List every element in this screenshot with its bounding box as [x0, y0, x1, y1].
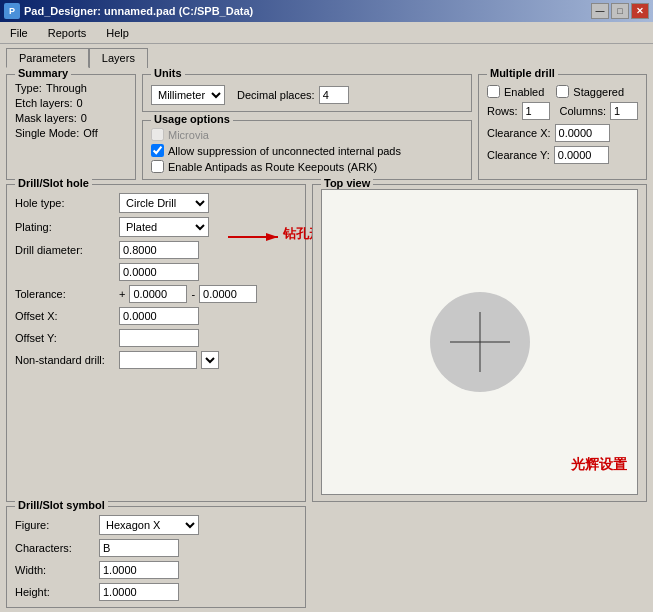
columns-input[interactable]: [610, 102, 638, 120]
hole-type-label: Hole type:: [15, 197, 115, 209]
single-label: Single Mode:: [15, 127, 79, 139]
top-view-group: Top view 光辉设置: [312, 184, 647, 502]
drill-circle-preview: [430, 292, 530, 392]
enabled-label: Enabled: [504, 86, 544, 98]
height-input[interactable]: [99, 583, 179, 601]
tolerance-label: Tolerance:: [15, 288, 115, 300]
title-bar: P Pad_Designer: unnamed.pad (C:/SPB_Data…: [0, 0, 653, 22]
menu-bar: File Reports Help: [0, 22, 653, 44]
crosshair-vertical: [479, 312, 480, 372]
keepouts-label: Enable Antipads as Route Keepouts (ARK): [168, 161, 377, 173]
characters-label: Characters:: [15, 542, 95, 554]
keepouts-checkbox[interactable]: [151, 160, 164, 173]
mask-label: Mask layers:: [15, 112, 77, 124]
width-input[interactable]: [99, 561, 179, 579]
window-title: Pad_Designer: unnamed.pad (C:/SPB_Data): [24, 5, 253, 17]
staggered-label: Staggered: [573, 86, 624, 98]
summary-group: Summary Type: Through Etch layers: 0 Mas…: [6, 74, 136, 180]
tab-layers[interactable]: Layers: [89, 48, 148, 68]
non-std-input[interactable]: [119, 351, 197, 369]
drill-diameter-sub-input[interactable]: [119, 263, 199, 281]
close-button[interactable]: ✕: [631, 3, 649, 19]
bottom-spacer: [312, 506, 647, 608]
window-controls: — □ ✕: [591, 3, 649, 19]
suppress-checkbox[interactable]: [151, 144, 164, 157]
top-view-canvas: 光辉设置: [321, 189, 638, 495]
figure-select[interactable]: Hexagon X: [99, 515, 199, 535]
decimal-input[interactable]: [319, 86, 349, 104]
type-value: Through: [46, 82, 87, 94]
non-std-label: Non-standard drill:: [15, 354, 115, 366]
drill-diameter-label: Drill diameter:: [15, 244, 115, 256]
clearance-x-input[interactable]: [555, 124, 610, 142]
drill-slot-group: Drill/Slot hole Hole type: Circle Drill …: [6, 184, 306, 502]
etch-label: Etch layers:: [15, 97, 72, 109]
non-std-select[interactable]: ▼: [201, 351, 219, 369]
restore-button[interactable]: □: [611, 3, 629, 19]
drill-slot-label: Drill/Slot hole: [15, 177, 92, 189]
usage-group: Usage options Microvia Allow suppression…: [142, 120, 472, 180]
tolerance-plus: +: [119, 288, 125, 300]
top-view-label: Top view: [321, 177, 373, 189]
units-label: Units: [151, 68, 185, 79]
microvia-label: Microvia: [168, 129, 209, 141]
suppress-label: Allow suppression of unconnected interna…: [168, 145, 401, 157]
staggered-checkbox[interactable]: [556, 85, 569, 98]
type-label: Type:: [15, 82, 42, 94]
minimize-button[interactable]: —: [591, 3, 609, 19]
clearance-y-input[interactable]: [554, 146, 609, 164]
unit-select[interactable]: Millimeter: [151, 85, 225, 105]
columns-label: Columns:: [560, 105, 606, 117]
plating-label: Plating:: [15, 221, 115, 233]
decimal-label: Decimal places:: [237, 89, 315, 101]
app-icon: P: [4, 3, 20, 19]
offset-x-input[interactable]: [119, 307, 199, 325]
height-label: Height:: [15, 586, 95, 598]
width-label: Width:: [15, 564, 95, 576]
offset-y-label: Offset Y:: [15, 332, 115, 344]
drill-diameter-input[interactable]: [119, 241, 199, 259]
characters-input[interactable]: [99, 539, 179, 557]
menu-reports[interactable]: Reports: [42, 25, 93, 41]
tolerance-dash: -: [191, 288, 195, 300]
clearance-y-label: Clearance Y:: [487, 149, 550, 161]
tolerance-input2[interactable]: [199, 285, 257, 303]
summary-label: Summary: [15, 68, 71, 79]
main-content: Summary Type: Through Etch layers: 0 Mas…: [0, 68, 653, 612]
tab-parameters[interactable]: Parameters: [6, 48, 89, 68]
units-group: Units Millimeter Decimal places:: [142, 74, 472, 112]
figure-label: Figure:: [15, 519, 95, 531]
plating-select[interactable]: Plated: [119, 217, 209, 237]
rows-label: Rows:: [487, 105, 518, 117]
multiple-drill-label: Multiple drill: [487, 68, 558, 79]
menu-help[interactable]: Help: [100, 25, 135, 41]
drill-symbol-group: Drill/Slot symbol Figure: Hexagon X Char…: [6, 506, 306, 608]
offset-y-input[interactable]: [119, 329, 199, 347]
usage-label: Usage options: [151, 113, 233, 125]
tolerance-input1[interactable]: [129, 285, 187, 303]
hole-type-select[interactable]: Circle Drill: [119, 193, 209, 213]
enabled-checkbox[interactable]: [487, 85, 500, 98]
clearance-x-label: Clearance X:: [487, 127, 551, 139]
offset-x-label: Offset X:: [15, 310, 115, 322]
menu-file[interactable]: File: [4, 25, 34, 41]
microvia-checkbox[interactable]: [151, 128, 164, 141]
annotation-guang-hui: 光辉设置: [571, 456, 627, 474]
mask-value: 0: [81, 112, 87, 124]
multiple-drill-group: Multiple drill Enabled Staggered Rows: C…: [478, 74, 647, 180]
tabs-bar: Parameters Layers: [0, 44, 653, 68]
drill-symbol-label: Drill/Slot symbol: [15, 499, 108, 511]
annotation-guang-hui-text: 光辉设置: [571, 456, 627, 472]
etch-value: 0: [76, 97, 82, 109]
rows-input[interactable]: [522, 102, 550, 120]
single-value: Off: [83, 127, 97, 139]
